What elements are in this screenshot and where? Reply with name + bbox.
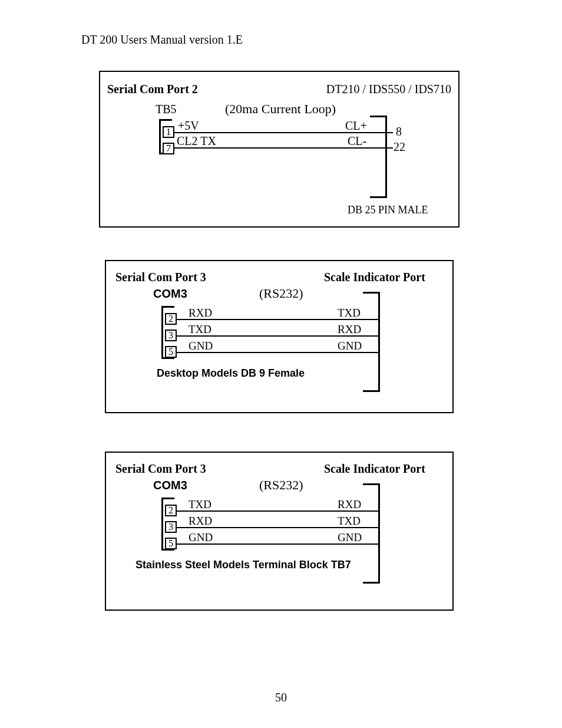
d1-title-left: Serial Com Port 2 bbox=[107, 83, 198, 96]
signal-txd-right: TXD bbox=[338, 307, 361, 319]
pin-5: 5 bbox=[165, 538, 177, 549]
pin-8: 8 bbox=[396, 125, 402, 139]
d3-title-right: Scale Indicator Port bbox=[324, 462, 425, 476]
signal-gnd-left: GND bbox=[189, 340, 213, 353]
com3-label: COM3 bbox=[153, 479, 187, 492]
pin-1: 1 bbox=[163, 126, 174, 138]
signal-gnd-right: GND bbox=[338, 531, 362, 544]
d2-caption: Desktop Models DB 9 Female bbox=[157, 367, 305, 380]
signal-gnd-left: GND bbox=[189, 531, 213, 544]
page: DT 200 Users Manual version 1.E Serial C… bbox=[0, 0, 562, 728]
d3-caption: Stainless Steel Models Terminal Block TB… bbox=[135, 559, 351, 571]
d1-title-right: DT210 / IDS550 / IDS710 bbox=[326, 83, 451, 96]
signal-rxd-right: RXD bbox=[338, 498, 361, 511]
com3-label: COM3 bbox=[153, 287, 187, 301]
tb5-label: TB5 bbox=[156, 103, 177, 116]
db25-connector-icon bbox=[370, 116, 396, 198]
scale-indicator-connector-icon bbox=[363, 292, 389, 392]
scale-indicator-connector-icon bbox=[363, 483, 389, 584]
d2-title-right: Scale Indicator Port bbox=[324, 271, 425, 284]
signal-txd-right: TXD bbox=[338, 515, 361, 528]
wire-line bbox=[174, 132, 371, 133]
page-number: 50 bbox=[0, 691, 562, 704]
pin-7: 7 bbox=[163, 143, 174, 154]
signal-txd-left: TXD bbox=[189, 323, 211, 336]
pin-3: 3 bbox=[165, 330, 177, 341]
signal-rxd-right: RXD bbox=[338, 323, 361, 336]
signal-cl-plus: CL+ bbox=[345, 119, 367, 133]
signal-cl2tx: CL2 TX bbox=[177, 134, 216, 148]
pin-2: 2 bbox=[165, 505, 177, 516]
diagram-serial-com-port-3-stainless: Serial Com Port 3 Scale Indicator Port C… bbox=[105, 452, 454, 611]
pin-22: 22 bbox=[394, 140, 405, 154]
db25-label: DB 25 PIN MALE bbox=[348, 204, 428, 216]
protocol-label: (RS232) bbox=[259, 477, 303, 493]
signal-rxd-left: RXD bbox=[189, 515, 212, 528]
signal-txd-left: TXD bbox=[189, 498, 211, 511]
header-text: DT 200 Users Manual version 1.E bbox=[81, 33, 243, 47]
pin-3: 3 bbox=[165, 521, 177, 533]
pin-2: 2 bbox=[165, 313, 177, 325]
d3-title-left: Serial Com Port 3 bbox=[115, 462, 206, 476]
diagram-serial-com-port-2: Serial Com Port 2 DT210 / IDS550 / IDS71… bbox=[99, 71, 459, 228]
diagram-serial-com-port-3-desktop: Serial Com Port 3 Scale Indicator Port C… bbox=[105, 260, 454, 413]
signal-gnd-right: GND bbox=[338, 340, 362, 353]
protocol-label: (RS232) bbox=[259, 286, 303, 301]
signal-5v: +5V bbox=[178, 119, 199, 133]
loop-label: (20ma Current Loop) bbox=[225, 101, 336, 117]
pin-5: 5 bbox=[165, 346, 177, 358]
d2-title-left: Serial Com Port 3 bbox=[115, 271, 206, 284]
signal-cl-minus: CL- bbox=[348, 134, 366, 148]
signal-rxd-left: RXD bbox=[189, 307, 212, 319]
